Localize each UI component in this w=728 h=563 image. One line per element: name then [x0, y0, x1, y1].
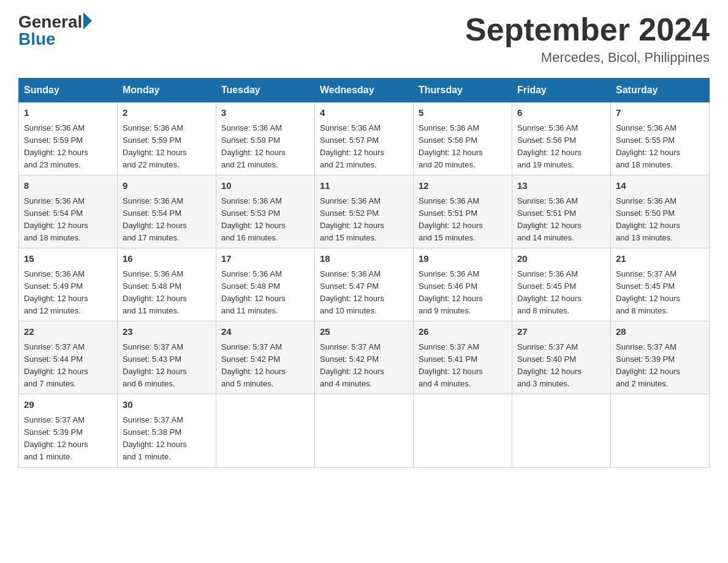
calendar-cell: 3 Sunrise: 5:36 AM Sunset: 5:58 PM Dayli… [216, 102, 315, 175]
calendar-cell: 11 Sunrise: 5:36 AM Sunset: 5:52 PM Dayl… [315, 175, 414, 248]
day-info: Sunrise: 5:36 AM Sunset: 5:51 PM Dayligh… [517, 196, 582, 242]
day-number: 9 [123, 179, 211, 193]
day-info: Sunrise: 5:36 AM Sunset: 5:45 PM Dayligh… [517, 269, 582, 315]
calendar-cell: 21 Sunrise: 5:37 AM Sunset: 5:45 PM Dayl… [611, 248, 710, 321]
calendar-cell: 17 Sunrise: 5:36 AM Sunset: 5:48 PM Dayl… [216, 248, 315, 321]
calendar-cell: 8 Sunrise: 5:36 AM Sunset: 5:54 PM Dayli… [19, 175, 118, 248]
calendar-cell: 25 Sunrise: 5:37 AM Sunset: 5:42 PM Dayl… [315, 321, 414, 394]
day-number: 8 [24, 179, 112, 193]
day-info: Sunrise: 5:37 AM Sunset: 5:38 PM Dayligh… [123, 415, 187, 461]
calendar-cell: 6 Sunrise: 5:36 AM Sunset: 5:56 PM Dayli… [512, 102, 611, 175]
calendar-week-row: 29 Sunrise: 5:37 AM Sunset: 5:39 PM Dayl… [19, 394, 710, 467]
day-info: Sunrise: 5:36 AM Sunset: 5:58 PM Dayligh… [221, 123, 286, 169]
day-info: Sunrise: 5:37 AM Sunset: 5:42 PM Dayligh… [221, 342, 286, 388]
day-number: 29 [24, 398, 112, 412]
calendar-cell: 5 Sunrise: 5:36 AM Sunset: 5:56 PM Dayli… [414, 102, 512, 175]
day-number: 30 [123, 398, 211, 412]
calendar-cell [414, 394, 512, 467]
day-info: Sunrise: 5:36 AM Sunset: 5:54 PM Dayligh… [24, 196, 88, 242]
calendar-cell: 9 Sunrise: 5:36 AM Sunset: 5:54 PM Dayli… [118, 175, 216, 248]
title-block: September 2024 Mercedes, Bicol, Philippi… [465, 12, 710, 66]
day-number: 17 [221, 252, 309, 266]
calendar-cell: 14 Sunrise: 5:36 AM Sunset: 5:50 PM Dayl… [611, 175, 710, 248]
calendar-cell [315, 394, 414, 467]
day-info: Sunrise: 5:36 AM Sunset: 5:59 PM Dayligh… [24, 123, 88, 169]
calendar-cell [216, 394, 315, 467]
calendar-week-row: 22 Sunrise: 5:37 AM Sunset: 5:44 PM Dayl… [19, 321, 710, 394]
day-number: 12 [419, 179, 507, 193]
day-info: Sunrise: 5:36 AM Sunset: 5:48 PM Dayligh… [123, 269, 187, 315]
calendar-cell [611, 394, 710, 467]
day-number: 27 [517, 325, 605, 339]
calendar-cell: 4 Sunrise: 5:36 AM Sunset: 5:57 PM Dayli… [315, 102, 414, 175]
day-number: 11 [320, 179, 408, 193]
day-info: Sunrise: 5:36 AM Sunset: 5:51 PM Dayligh… [419, 196, 483, 242]
day-info: Sunrise: 5:36 AM Sunset: 5:53 PM Dayligh… [221, 196, 286, 242]
day-info: Sunrise: 5:37 AM Sunset: 5:40 PM Dayligh… [517, 342, 582, 388]
calendar-table: SundayMondayTuesdayWednesdayThursdayFrid… [18, 78, 710, 467]
day-number: 10 [221, 179, 309, 193]
calendar-cell: 22 Sunrise: 5:37 AM Sunset: 5:44 PM Dayl… [19, 321, 118, 394]
calendar-header-saturday: Saturday [611, 79, 710, 102]
day-number: 15 [24, 252, 112, 266]
day-info: Sunrise: 5:36 AM Sunset: 5:46 PM Dayligh… [419, 269, 483, 315]
day-number: 19 [419, 252, 507, 266]
calendar-header-wednesday: Wednesday [315, 79, 414, 102]
day-info: Sunrise: 5:37 AM Sunset: 5:42 PM Dayligh… [320, 342, 384, 388]
day-number: 18 [320, 252, 408, 266]
day-number: 16 [123, 252, 211, 266]
day-number: 7 [616, 106, 704, 120]
calendar-header-friday: Friday [512, 79, 611, 102]
calendar-cell: 26 Sunrise: 5:37 AM Sunset: 5:41 PM Dayl… [414, 321, 512, 394]
day-number: 24 [221, 325, 309, 339]
calendar-cell: 10 Sunrise: 5:36 AM Sunset: 5:53 PM Dayl… [216, 175, 315, 248]
day-number: 26 [419, 325, 507, 339]
location-subtitle: Mercedes, Bicol, Philippines [465, 50, 710, 66]
day-number: 1 [24, 106, 112, 120]
day-info: Sunrise: 5:36 AM Sunset: 5:56 PM Dayligh… [419, 123, 483, 169]
month-title: September 2024 [465, 12, 710, 47]
calendar-header-monday: Monday [118, 79, 216, 102]
day-info: Sunrise: 5:36 AM Sunset: 5:54 PM Dayligh… [123, 196, 187, 242]
day-info: Sunrise: 5:37 AM Sunset: 5:44 PM Dayligh… [24, 342, 88, 388]
calendar-cell: 1 Sunrise: 5:36 AM Sunset: 5:59 PM Dayli… [19, 102, 118, 175]
day-number: 21 [616, 252, 704, 266]
calendar-cell: 23 Sunrise: 5:37 AM Sunset: 5:43 PM Dayl… [118, 321, 216, 394]
day-number: 13 [517, 179, 605, 193]
calendar-cell: 28 Sunrise: 5:37 AM Sunset: 5:39 PM Dayl… [611, 321, 710, 394]
calendar-cell: 29 Sunrise: 5:37 AM Sunset: 5:39 PM Dayl… [19, 394, 118, 467]
calendar-header-tuesday: Tuesday [216, 79, 315, 102]
day-number: 23 [123, 325, 211, 339]
calendar-cell: 24 Sunrise: 5:37 AM Sunset: 5:42 PM Dayl… [216, 321, 315, 394]
day-info: Sunrise: 5:37 AM Sunset: 5:45 PM Dayligh… [616, 269, 680, 315]
page-header: General Blue September 2024 Mercedes, Bi… [18, 12, 710, 66]
calendar-cell: 18 Sunrise: 5:36 AM Sunset: 5:47 PM Dayl… [315, 248, 414, 321]
calendar-cell: 16 Sunrise: 5:36 AM Sunset: 5:48 PM Dayl… [118, 248, 216, 321]
day-number: 5 [419, 106, 507, 120]
day-info: Sunrise: 5:36 AM Sunset: 5:47 PM Dayligh… [320, 269, 384, 315]
day-number: 6 [517, 106, 605, 120]
calendar-header-sunday: Sunday [19, 79, 118, 102]
calendar-cell: 13 Sunrise: 5:36 AM Sunset: 5:51 PM Dayl… [512, 175, 611, 248]
day-info: Sunrise: 5:37 AM Sunset: 5:41 PM Dayligh… [419, 342, 483, 388]
logo: General Blue [18, 12, 92, 49]
day-number: 25 [320, 325, 408, 339]
calendar-cell [512, 394, 611, 467]
calendar-header-thursday: Thursday [414, 79, 512, 102]
day-info: Sunrise: 5:36 AM Sunset: 5:52 PM Dayligh… [320, 196, 384, 242]
day-number: 3 [221, 106, 309, 120]
day-info: Sunrise: 5:37 AM Sunset: 5:39 PM Dayligh… [24, 415, 88, 461]
calendar-cell: 30 Sunrise: 5:37 AM Sunset: 5:38 PM Dayl… [118, 394, 216, 467]
day-number: 2 [123, 106, 211, 120]
day-info: Sunrise: 5:37 AM Sunset: 5:39 PM Dayligh… [616, 342, 680, 388]
day-info: Sunrise: 5:36 AM Sunset: 5:56 PM Dayligh… [517, 123, 582, 169]
day-number: 4 [320, 106, 408, 120]
day-number: 20 [517, 252, 605, 266]
logo-blue-text: Blue [18, 29, 56, 49]
calendar-cell: 2 Sunrise: 5:36 AM Sunset: 5:59 PM Dayli… [118, 102, 216, 175]
calendar-cell: 7 Sunrise: 5:36 AM Sunset: 5:55 PM Dayli… [611, 102, 710, 175]
day-info: Sunrise: 5:36 AM Sunset: 5:50 PM Dayligh… [616, 196, 680, 242]
calendar-header-row: SundayMondayTuesdayWednesdayThursdayFrid… [19, 79, 710, 102]
day-info: Sunrise: 5:36 AM Sunset: 5:48 PM Dayligh… [221, 269, 286, 315]
day-info: Sunrise: 5:36 AM Sunset: 5:49 PM Dayligh… [24, 269, 88, 315]
